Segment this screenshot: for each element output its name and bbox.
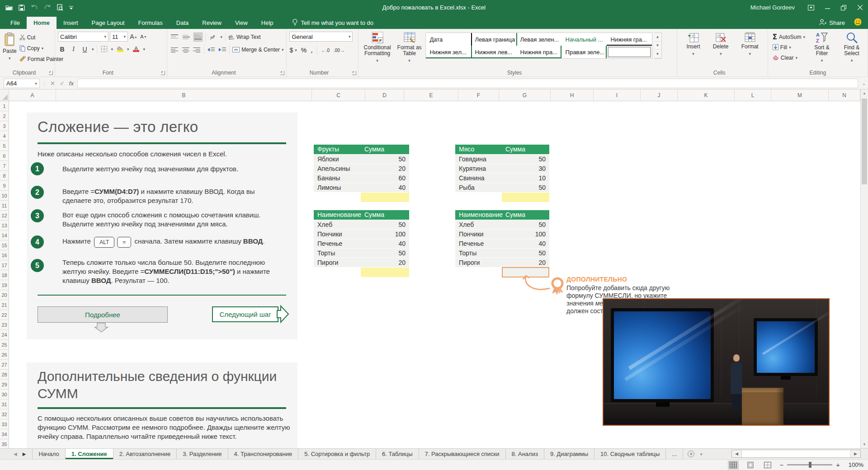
row-header-11[interactable]: 11 — [0, 201, 9, 211]
format-as-table-button[interactable]: Format as Table▾ — [396, 31, 424, 69]
tab-file[interactable]: File — [4, 17, 27, 29]
font-name-combo[interactable]: Calibri▾ — [58, 32, 108, 42]
tab-review[interactable]: Review — [195, 17, 228, 29]
tab-view[interactable]: View — [228, 17, 255, 29]
underline-button[interactable]: U — [80, 44, 89, 54]
delete-cells-button[interactable]: Delete▾ — [711, 31, 731, 69]
row-header-20[interactable]: 20 — [0, 290, 9, 300]
new-sheet-button[interactable]: + — [688, 451, 694, 457]
table-header-cell[interactable]: Наименование — [314, 210, 361, 220]
table-row[interactable]: Бананы60 — [314, 173, 409, 183]
bold-button[interactable]: B — [58, 44, 66, 54]
row-header-13[interactable]: 13 — [0, 221, 9, 230]
autosum-button[interactable]: ΣAutoSum▾ — [773, 32, 805, 42]
row-header-22[interactable]: 22 — [0, 310, 9, 320]
vertical-scroll-thumb[interactable] — [862, 99, 867, 184]
fill-color-button[interactable] — [116, 44, 124, 54]
ribbon-display-options-icon[interactable] — [803, 0, 819, 15]
increase-indent-icon[interactable] — [218, 45, 227, 54]
row-header-14[interactable]: 14 — [0, 230, 9, 240]
row-header-23[interactable]: 23 — [0, 320, 9, 330]
number-dialog-launcher[interactable] — [352, 71, 356, 75]
fruits-sum-cell[interactable] — [361, 193, 409, 202]
grow-font-button[interactable]: A▲ — [129, 32, 138, 42]
orientation-button[interactable]: ab — [208, 33, 217, 42]
column-header-J[interactable]: J — [641, 89, 678, 101]
zoom-level[interactable]: 100% — [846, 461, 863, 468]
open-icon[interactable] — [5, 5, 13, 10]
cell-style-left-border[interactable]: Левая граница — [471, 33, 516, 46]
table-row[interactable]: Пончики100 — [314, 229, 409, 239]
row-header-35[interactable]: 35 — [0, 439, 9, 448]
scroll-up-icon[interactable]: ▲ — [861, 91, 868, 95]
cell-style-bottom-left[interactable]: Нижняя лев... — [471, 46, 516, 58]
zoom-out-icon[interactable]: − — [779, 461, 783, 469]
clear-button[interactable]: Clear▾ — [773, 53, 805, 62]
sheet-nav-prev-icon[interactable]: ◀ — [14, 451, 17, 456]
format-cells-button[interactable]: Format▾ — [740, 31, 760, 69]
row-header-1[interactable]: 1 — [0, 101, 9, 111]
sheet-tab-6[interactable]: 5. Сортировка и фильтр — [298, 449, 376, 459]
number-format-combo[interactable]: General▾ — [289, 32, 353, 42]
row-header-33[interactable]: 33 — [0, 419, 9, 429]
accounting-format-button[interactable]: $▾ — [289, 47, 297, 54]
sheet-tab-10[interactable]: 9. Диаграммы — [544, 449, 594, 459]
cell-style-left-green[interactable]: Левая зелен... — [516, 33, 561, 46]
zoom-slider-handle[interactable] — [809, 462, 811, 468]
scroll-right-icon[interactable]: ▶ — [850, 450, 860, 457]
print-preview-icon[interactable] — [57, 4, 63, 11]
row-header-3[interactable]: 3 — [0, 121, 9, 131]
minimize-button[interactable] — [819, 0, 835, 15]
column-header-C[interactable]: C — [312, 89, 365, 101]
conditional-formatting-button[interactable]: ≠ Conditional Formatting▾ — [361, 31, 394, 69]
cell-style-bottom-right[interactable]: Нижняя пра... — [516, 46, 561, 58]
insert-cells-button[interactable]: Insert▾ — [685, 31, 702, 69]
row-header-18[interactable]: 18 — [0, 270, 9, 280]
column-header-L[interactable]: L — [735, 89, 771, 101]
increase-decimal-button[interactable]: ←.0 — [321, 48, 330, 53]
alignment-dialog-launcher[interactable] — [280, 71, 284, 75]
row-header-19[interactable]: 19 — [0, 280, 9, 290]
tab-page-layout[interactable]: Page Layout — [85, 17, 132, 29]
row-header-25[interactable]: 25 — [0, 340, 9, 350]
font-dialog-launcher[interactable] — [161, 71, 165, 75]
row-header-32[interactable]: 32 — [0, 409, 9, 419]
confirm-entry-icon[interactable]: ✓ — [60, 80, 65, 87]
column-header-K[interactable]: K — [678, 89, 735, 101]
row-header-16[interactable]: 16 — [0, 250, 9, 260]
row-header-26[interactable]: 26 — [0, 350, 9, 360]
align-bottom-icon[interactable] — [193, 33, 203, 42]
column-header-E[interactable]: E — [404, 89, 458, 101]
feedback-smiley-icon[interactable] — [854, 18, 862, 28]
column-header-B[interactable]: B — [56, 89, 312, 101]
row-header-28[interactable]: 28 — [0, 370, 9, 380]
table-header-cell[interactable]: Сумма — [361, 210, 409, 220]
percent-style-button[interactable]: % — [301, 47, 307, 54]
row-header-4[interactable]: 4 — [0, 131, 9, 141]
cell-style-blank[interactable] — [608, 47, 651, 57]
font-size-combo[interactable]: 11▾ — [110, 32, 128, 42]
tab-formulas[interactable]: Formulas — [132, 17, 170, 29]
embedded-video[interactable] — [603, 298, 830, 426]
sheet-tab-4[interactable]: 3. Разделение — [177, 449, 228, 459]
table-row[interactable]: Свинина10 — [455, 173, 549, 183]
page-break-view-icon[interactable] — [762, 461, 773, 470]
cell-style-bottom-green[interactable]: Нижняя зел... — [426, 46, 471, 58]
row-header-31[interactable]: 31 — [0, 400, 9, 409]
table-row[interactable]: Печенье40 — [314, 239, 409, 248]
align-right-icon[interactable] — [193, 45, 201, 54]
normal-view-icon[interactable] — [728, 461, 739, 470]
restore-button[interactable] — [835, 0, 852, 15]
column-header-M[interactable]: M — [771, 89, 829, 101]
table-row[interactable]: Пончики100 — [455, 229, 549, 239]
row-header-7[interactable]: 7 — [0, 161, 9, 171]
row-header-12[interactable]: 12 — [0, 211, 9, 221]
cell-style-initial[interactable]: Начальный ... — [561, 33, 607, 46]
more-details-button[interactable]: Подробнее — [38, 306, 168, 323]
decrease-decimal-button[interactable]: .00→ — [334, 48, 344, 53]
next-step-arrow-icon[interactable] — [277, 305, 289, 324]
comma-style-button[interactable]: , — [311, 46, 312, 54]
table-row[interactable]: Яблоки50 — [314, 154, 409, 164]
tabbar-splitter[interactable]: ● — [700, 449, 703, 459]
table-header-cell[interactable]: Сумма — [502, 210, 549, 220]
